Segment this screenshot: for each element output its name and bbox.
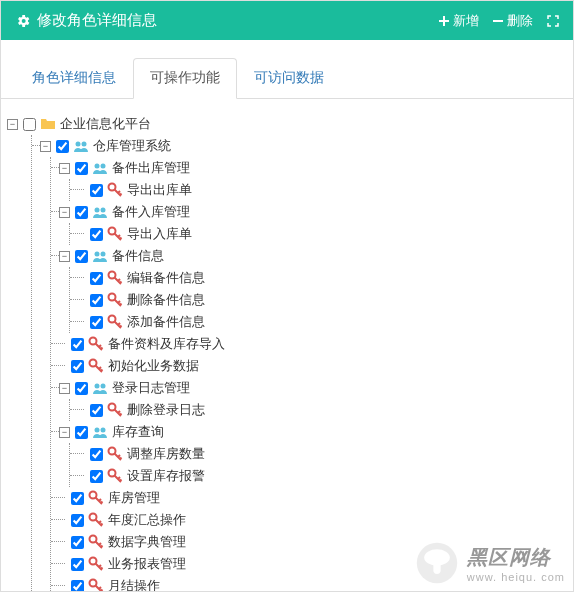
tabs: 角色详细信息可操作功能可访问数据 bbox=[1, 58, 573, 99]
tree-row[interactable]: 导出入库单 bbox=[70, 223, 561, 245]
key-icon bbox=[88, 534, 104, 550]
tree-checkbox[interactable] bbox=[90, 448, 103, 461]
key-icon bbox=[88, 556, 104, 572]
key-icon bbox=[107, 446, 123, 462]
tree-label: 导出入库单 bbox=[125, 225, 194, 243]
key-icon bbox=[88, 490, 104, 506]
tree-checkbox[interactable] bbox=[90, 228, 103, 241]
tree-toggle[interactable]: − bbox=[59, 383, 70, 394]
group-icon bbox=[92, 380, 108, 396]
tree-label: 登录日志管理 bbox=[110, 379, 192, 397]
tree-checkbox[interactable] bbox=[71, 492, 84, 505]
tree-label: 企业信息化平台 bbox=[58, 115, 153, 133]
tree-row[interactable]: 删除登录日志 bbox=[70, 399, 561, 421]
tree-checkbox[interactable] bbox=[71, 580, 84, 593]
tab-1[interactable]: 可操作功能 bbox=[133, 58, 237, 99]
tree-checkbox[interactable] bbox=[75, 382, 88, 395]
tree-toggle[interactable]: − bbox=[59, 163, 70, 174]
key-icon bbox=[107, 468, 123, 484]
tree-row[interactable]: 业务报表管理 bbox=[51, 553, 561, 575]
tree-checkbox[interactable] bbox=[75, 206, 88, 219]
tree-row[interactable]: −备件出库管理 bbox=[51, 157, 561, 179]
tree-row[interactable]: 调整库房数量 bbox=[70, 443, 561, 465]
key-icon bbox=[107, 292, 123, 308]
tree-checkbox[interactable] bbox=[90, 404, 103, 417]
tree-row[interactable]: −备件入库管理 bbox=[51, 201, 561, 223]
key-icon bbox=[107, 314, 123, 330]
tree-row[interactable]: 删除备件信息 bbox=[70, 289, 561, 311]
tree-label: 编辑备件信息 bbox=[125, 269, 207, 287]
tree-label: 仓库管理系统 bbox=[91, 137, 173, 155]
tree-label: 年度汇总操作 bbox=[106, 511, 188, 529]
tree-toggle[interactable]: − bbox=[59, 427, 70, 438]
tree-toggle[interactable]: − bbox=[59, 207, 70, 218]
tree-checkbox[interactable] bbox=[23, 118, 36, 131]
tree-checkbox[interactable] bbox=[90, 316, 103, 329]
svg-rect-1 bbox=[439, 20, 449, 22]
group-icon bbox=[92, 248, 108, 264]
panel-title: 修改角色详细信息 bbox=[37, 11, 157, 30]
tree-label: 数据字典管理 bbox=[106, 533, 188, 551]
cogs-icon bbox=[15, 13, 31, 29]
tree-checkbox[interactable] bbox=[90, 470, 103, 483]
group-icon bbox=[73, 138, 89, 154]
tree-row[interactable]: −备件信息 bbox=[51, 245, 561, 267]
expand-icon bbox=[547, 15, 559, 27]
tree-checkbox[interactable] bbox=[56, 140, 69, 153]
tree-row[interactable]: 添加备件信息 bbox=[70, 311, 561, 333]
tree-checkbox[interactable] bbox=[71, 514, 84, 527]
tree-checkbox[interactable] bbox=[75, 250, 88, 263]
key-icon bbox=[107, 402, 123, 418]
tree-checkbox[interactable] bbox=[75, 426, 88, 439]
tree-row[interactable]: 设置库存报警 bbox=[70, 465, 561, 487]
minus-icon bbox=[493, 16, 503, 26]
tree-row[interactable]: 月结操作 bbox=[51, 575, 561, 592]
tree-row[interactable]: 年度汇总操作 bbox=[51, 509, 561, 531]
tree-checkbox[interactable] bbox=[71, 360, 84, 373]
delete-button[interactable]: 删除 bbox=[493, 12, 533, 30]
tree-label: 备件资料及库存导入 bbox=[106, 335, 227, 353]
tree-row[interactable]: 库房管理 bbox=[51, 487, 561, 509]
tree-row[interactable]: −仓库管理系统 bbox=[32, 135, 561, 157]
tab-2[interactable]: 可访问数据 bbox=[237, 58, 341, 98]
tree-label: 业务报表管理 bbox=[106, 555, 188, 573]
tree-label: 库存查询 bbox=[110, 423, 166, 441]
tree-checkbox[interactable] bbox=[75, 162, 88, 175]
tree-checkbox[interactable] bbox=[71, 338, 84, 351]
expand-button[interactable] bbox=[547, 15, 559, 27]
tab-0[interactable]: 角色详细信息 bbox=[15, 58, 133, 98]
group-icon bbox=[92, 204, 108, 220]
panel-header: 修改角色详细信息 新增 删除 bbox=[1, 1, 573, 40]
tree-label: 月结操作 bbox=[106, 577, 162, 592]
tree-checkbox[interactable] bbox=[90, 294, 103, 307]
svg-rect-2 bbox=[493, 20, 503, 22]
tree-row[interactable]: −企业信息化平台 bbox=[13, 113, 561, 135]
tree-checkbox[interactable] bbox=[71, 558, 84, 571]
key-icon bbox=[107, 270, 123, 286]
tree-row[interactable]: 编辑备件信息 bbox=[70, 267, 561, 289]
tree-row[interactable]: 备件资料及库存导入 bbox=[51, 333, 561, 355]
tree-toggle[interactable]: − bbox=[40, 141, 51, 152]
key-icon bbox=[107, 226, 123, 242]
tree-label: 设置库存报警 bbox=[125, 467, 207, 485]
tree-label: 备件信息 bbox=[110, 247, 166, 265]
tree-toggle[interactable]: − bbox=[59, 251, 70, 262]
tree-toggle[interactable]: − bbox=[7, 119, 18, 130]
add-button[interactable]: 新增 bbox=[439, 12, 479, 30]
tree-checkbox[interactable] bbox=[71, 536, 84, 549]
permission-tree: −企业信息化平台−仓库管理系统−备件出库管理导出出库单−备件入库管理导出入库单−… bbox=[1, 99, 573, 592]
tree-row[interactable]: 数据字典管理 bbox=[51, 531, 561, 553]
tree-label: 备件入库管理 bbox=[110, 203, 192, 221]
key-icon bbox=[88, 336, 104, 352]
tree-label: 备件出库管理 bbox=[110, 159, 192, 177]
tree-checkbox[interactable] bbox=[90, 184, 103, 197]
tree-checkbox[interactable] bbox=[90, 272, 103, 285]
tree-label: 调整库房数量 bbox=[125, 445, 207, 463]
key-icon bbox=[107, 182, 123, 198]
tree-row[interactable]: −库存查询 bbox=[51, 421, 561, 443]
tree-label: 删除登录日志 bbox=[125, 401, 207, 419]
tree-label: 导出出库单 bbox=[125, 181, 194, 199]
tree-row[interactable]: 初始化业务数据 bbox=[51, 355, 561, 377]
tree-row[interactable]: 导出出库单 bbox=[70, 179, 561, 201]
tree-row[interactable]: −登录日志管理 bbox=[51, 377, 561, 399]
